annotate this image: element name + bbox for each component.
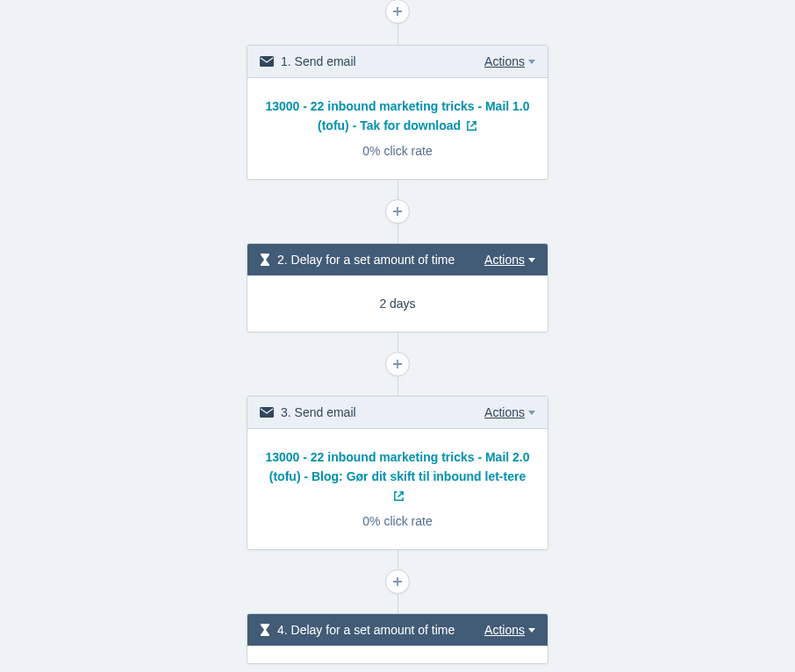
- step-header: 1. Send email Actions: [247, 46, 548, 78]
- connector-line: [398, 550, 398, 569]
- connector-line: [398, 180, 398, 199]
- click-rate: 0% click rate: [263, 514, 532, 528]
- workflow-step-send-email[interactable]: 1. Send email Actions 13000 - 22 inbound…: [247, 45, 548, 180]
- external-link-icon: [466, 120, 477, 132]
- email-name: 13000 - 22 inbound marketing tricks - Ma…: [265, 450, 529, 483]
- actions-menu[interactable]: Actions: [484, 253, 535, 267]
- hourglass-icon: [260, 624, 270, 636]
- connector-line: [398, 376, 398, 396]
- add-step-button[interactable]: [385, 199, 410, 224]
- workflow-step-send-email[interactable]: 3. Send email Actions 13000 - 22 inbound…: [247, 396, 548, 550]
- click-rate: 0% click rate: [263, 144, 532, 158]
- delay-duration: 2 days: [379, 297, 415, 311]
- caret-down-icon: [528, 60, 535, 64]
- email-icon: [260, 56, 274, 67]
- step-body: 2 days: [247, 275, 548, 332]
- email-link[interactable]: 13000 - 22 inbound marketing tricks - Ma…: [263, 448, 532, 505]
- step-header: 2. Delay for a set amount of time Action…: [247, 244, 548, 275]
- connector-line: [398, 332, 398, 352]
- step-body: 13000 - 22 inbound marketing tricks - Ma…: [247, 78, 548, 179]
- actions-label: Actions: [484, 253, 525, 267]
- step-body: 13000 - 22 inbound marketing tricks - Ma…: [247, 429, 548, 549]
- email-icon: [260, 407, 274, 418]
- connector-line: [398, 224, 398, 243]
- step-title: 2. Delay for a set amount of time: [277, 253, 455, 267]
- hourglass-icon: [260, 254, 270, 266]
- actions-menu[interactable]: Actions: [484, 405, 535, 419]
- svg-rect-0: [260, 56, 274, 67]
- caret-down-icon: [528, 628, 535, 633]
- workflow-canvas: 1. Send email Actions 13000 - 22 inbound…: [0, 0, 795, 672]
- connector-line: [398, 24, 398, 45]
- add-step-button[interactable]: [385, 0, 410, 24]
- step-title: 1. Send email: [281, 54, 356, 68]
- add-step-button[interactable]: [385, 352, 410, 376]
- caret-down-icon: [528, 258, 535, 262]
- workflow-step-delay[interactable]: 2. Delay for a set amount of time Action…: [247, 243, 548, 332]
- step-title: 3. Send email: [281, 405, 356, 419]
- step-header: 4. Delay for a set amount of time Action…: [247, 614, 548, 646]
- step-title: 4. Delay for a set amount of time: [277, 623, 455, 637]
- actions-label: Actions: [484, 623, 525, 637]
- email-link[interactable]: 13000 - 22 inbound marketing tricks - Ma…: [263, 97, 532, 135]
- step-header: 3. Send email Actions: [247, 397, 548, 429]
- email-name: 13000 - 22 inbound marketing tricks - Ma…: [265, 99, 529, 132]
- actions-menu[interactable]: Actions: [484, 54, 535, 68]
- external-link-icon: [393, 490, 405, 502]
- caret-down-icon: [528, 411, 535, 415]
- svg-rect-1: [260, 407, 274, 418]
- actions-label: Actions: [484, 54, 525, 68]
- connector-line: [398, 594, 398, 613]
- add-step-button[interactable]: [385, 569, 410, 594]
- step-body: [247, 646, 548, 663]
- actions-label: Actions: [484, 405, 525, 419]
- actions-menu[interactable]: Actions: [484, 623, 535, 637]
- workflow-step-delay[interactable]: 4. Delay for a set amount of time Action…: [247, 613, 548, 664]
